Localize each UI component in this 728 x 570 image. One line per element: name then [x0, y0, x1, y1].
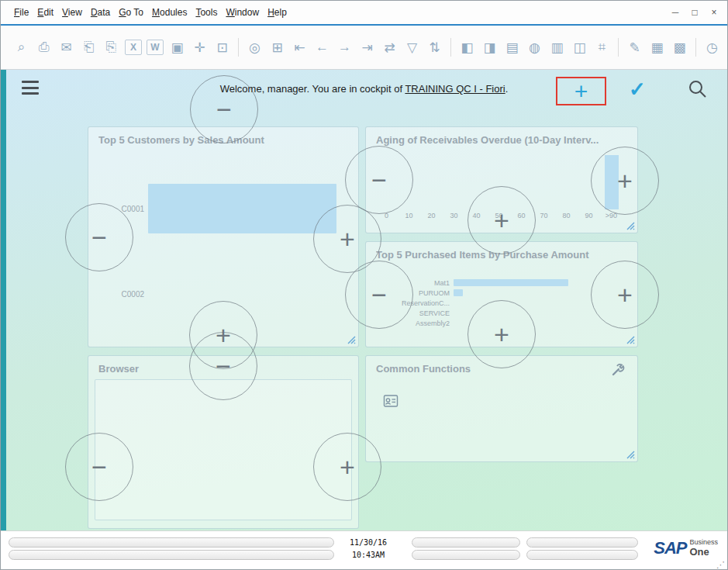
- menu-item-window[interactable]: Window: [226, 7, 259, 18]
- logo-one-text: One: [689, 547, 718, 558]
- chart-bar: [148, 184, 336, 233]
- last-record-icon[interactable]: ⇥: [356, 37, 378, 57]
- resize-handle-icon[interactable]: [625, 449, 635, 459]
- sap-logo-text: SAP: [654, 538, 686, 558]
- chart-category-label: C0002: [96, 290, 144, 299]
- widget-add-circle[interactable]: +: [591, 261, 659, 329]
- launch-application-icon[interactable]: ✛: [188, 37, 211, 57]
- gross-profit-icon[interactable]: ▥: [546, 37, 568, 57]
- menu-item-view[interactable]: View: [62, 7, 82, 18]
- menu-item-help[interactable]: Help: [267, 7, 287, 18]
- settings-icon[interactable]: ◪: [723, 37, 727, 57]
- menu-item-edit[interactable]: Edit: [37, 7, 53, 18]
- window-controls: ─ □ ×: [670, 1, 719, 24]
- widget-remove-circle[interactable]: −: [189, 332, 257, 400]
- widget-add-circle[interactable]: +: [591, 147, 659, 215]
- print-preview-icon[interactable]: ⎘: [100, 37, 122, 57]
- filter-table-icon[interactable]: ▽: [401, 37, 423, 57]
- add-widget-highlight-box: +: [556, 77, 606, 105]
- maximize-button[interactable]: □: [689, 7, 700, 18]
- widget-remove-circle[interactable]: −: [190, 75, 258, 143]
- form-settings-icon[interactable]: ▦: [646, 37, 668, 57]
- wrench-icon[interactable]: [611, 363, 625, 377]
- widget-remove-circle[interactable]: −: [345, 146, 413, 214]
- email-icon[interactable]: ✉: [55, 37, 78, 57]
- export-pdf-icon[interactable]: ▣: [166, 37, 188, 57]
- chart-bar: [454, 279, 568, 286]
- add-record-icon[interactable]: ⊞: [266, 37, 288, 57]
- left-edge-accent: [1, 70, 6, 530]
- search-button[interactable]: [688, 79, 707, 101]
- status-date: 11/30/16: [337, 538, 399, 547]
- menu-item-data[interactable]: Data: [91, 7, 110, 18]
- widget-add-circle[interactable]: +: [313, 433, 381, 501]
- confirm-layout-button[interactable]: ✓: [629, 79, 646, 99]
- search-icon: [688, 79, 707, 98]
- export-word-icon[interactable]: W: [147, 40, 164, 55]
- widget-add-circle[interactable]: +: [468, 186, 536, 254]
- common-function-item-icon: [383, 393, 399, 409]
- widget-remove-circle[interactable]: −: [345, 261, 413, 329]
- menu-item-tools[interactable]: Tools: [195, 7, 217, 18]
- base-document-icon[interactable]: ◧: [456, 37, 478, 57]
- widget-title: Aging of Receivables Overdue (10-Day Int…: [376, 134, 628, 146]
- print-icon[interactable]: ⎙: [33, 37, 55, 57]
- window-resize-grip[interactable]: ⋰: [716, 560, 725, 570]
- edit-mode-icon[interactable]: ✎: [623, 37, 646, 57]
- find-record-icon[interactable]: ◎: [243, 37, 266, 57]
- sort-table-icon[interactable]: ⇅: [423, 37, 446, 57]
- previous-record-icon[interactable]: ←: [311, 37, 333, 57]
- export-excel-icon[interactable]: X: [125, 40, 142, 55]
- cockpit: Welcome, manager. You are in cockpit of …: [1, 70, 727, 530]
- resize-handle-icon[interactable]: [346, 334, 356, 344]
- minimize-button[interactable]: ─: [670, 7, 681, 18]
- toolbar-separator: [618, 38, 619, 57]
- toolbar: ⌕⎙✉⎗⎘XW▣✛⊡◎⊞⇤←→⇥⇄▽⇅◧◨▤◍▥◫⌗✎▦▩◷◪: [1, 26, 727, 70]
- sap-business-one-window: FileEditViewDataGo ToModulesToolsWindowH…: [0, 0, 728, 570]
- status-field: [526, 550, 638, 560]
- close-button[interactable]: ×: [709, 7, 719, 18]
- status-field: [526, 537, 638, 548]
- status-field: [412, 537, 520, 548]
- alerts-icon[interactable]: ◷: [701, 37, 723, 57]
- menu-item-modules[interactable]: Modules: [152, 7, 187, 18]
- menu-item-file[interactable]: File: [14, 7, 29, 18]
- journal-entry-icon[interactable]: ▤: [501, 37, 523, 57]
- next-record-icon[interactable]: →: [333, 37, 356, 57]
- widget-add-circle[interactable]: +: [468, 300, 536, 368]
- target-document-icon[interactable]: ◨: [478, 37, 501, 57]
- find-icon[interactable]: ⌕: [10, 37, 33, 57]
- first-record-icon[interactable]: ⇤: [288, 37, 311, 57]
- toolbar-separator: [238, 38, 239, 57]
- chart-axis-label: 20: [427, 212, 435, 219]
- browser-content-panel: [95, 379, 352, 520]
- status-time: 10:43AM: [337, 551, 399, 559]
- statusbar: 11/30/16 10:43AM SAP Business One ⋰: [1, 530, 727, 570]
- toolbar-separator: [450, 38, 451, 57]
- widget-remove-circle[interactable]: −: [65, 203, 133, 271]
- status-message-field: [9, 550, 334, 560]
- status-message-field: [9, 537, 334, 548]
- welcome-message: Welcome, manager. You are in cockpit of …: [1, 83, 727, 95]
- volume-weight-icon[interactable]: ◫: [568, 37, 591, 57]
- payment-means-icon[interactable]: ◍: [523, 37, 546, 57]
- widget-remove-circle[interactable]: −: [65, 433, 133, 501]
- chart-axis-label: 80: [562, 212, 570, 219]
- resize-handle-icon[interactable]: [625, 334, 635, 344]
- fax-icon[interactable]: ⎗: [78, 37, 100, 57]
- resize-handle-icon[interactable]: [625, 220, 635, 230]
- chart-axis-label: 90: [585, 212, 592, 219]
- sap-business-one-logo: SAP Business One: [654, 538, 718, 558]
- widget-common-functions[interactable]: Common Functions: [365, 355, 638, 462]
- refresh-record-icon[interactable]: ⇄: [378, 37, 401, 57]
- lock-screen-icon[interactable]: ⊡: [211, 37, 233, 57]
- transaction-journal-icon[interactable]: ⌗: [591, 37, 613, 57]
- menu-item-go-to[interactable]: Go To: [119, 7, 143, 18]
- toolbar-separator: [695, 38, 696, 57]
- chart-axis-label: 10: [405, 212, 412, 219]
- cockpit-link[interactable]: TRAINING QC I - Fiori: [405, 83, 505, 95]
- query-generator-icon[interactable]: ▩: [668, 37, 691, 57]
- chart-axis-label: 70: [540, 212, 547, 219]
- common-function-shortcut-button[interactable]: [383, 393, 399, 411]
- add-widget-button[interactable]: +: [574, 80, 588, 103]
